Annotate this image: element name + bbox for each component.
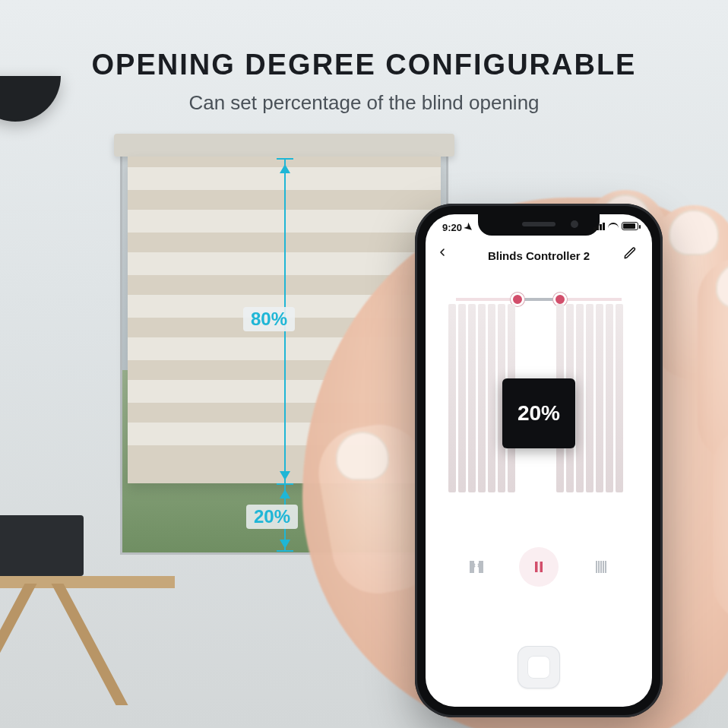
desk-lamp [0, 76, 61, 122]
back-button[interactable] [436, 246, 454, 264]
rail-segment [565, 298, 622, 301]
pause-icon [530, 558, 548, 576]
svg-rect-1 [479, 561, 483, 573]
svg-rect-8 [605, 561, 606, 573]
edit-button[interactable] [623, 246, 641, 264]
blind-valance [114, 134, 454, 157]
curtain-close-icon [592, 558, 610, 576]
promo-subhead: Can set percentage of the blind opening [0, 91, 728, 115]
position-badge: 20% [502, 378, 575, 448]
battery-icon [622, 222, 638, 230]
close-button[interactable] [581, 547, 621, 587]
status-time: 9:20 [442, 222, 462, 233]
svg-rect-7 [603, 561, 604, 573]
annotation-closed-pct: 80% [243, 307, 295, 331]
curtain-open-icon [467, 558, 486, 576]
rail-segment [456, 298, 512, 301]
cell-signal-icon [593, 223, 605, 230]
app-title: Blinds Controller 2 [488, 249, 590, 262]
annotation-tick [277, 483, 293, 485]
phone-screen: 9:20 ➤ Blinds Controller 2 [426, 214, 652, 707]
curtain-stage: 20% [426, 287, 652, 508]
pause-button[interactable] [519, 547, 559, 587]
svg-rect-0 [470, 561, 474, 573]
svg-rect-3 [540, 562, 543, 572]
promo-scene: OPENING DEGREE CONFIGURABLE Can set perc… [0, 0, 728, 728]
phone-frame: 9:20 ➤ Blinds Controller 2 [415, 204, 663, 717]
position-rail [456, 298, 622, 301]
svg-rect-5 [598, 561, 600, 573]
control-row [426, 540, 652, 594]
arrow-up-icon [280, 164, 290, 173]
app-header: Blinds Controller 2 [426, 242, 652, 269]
open-button[interactable] [457, 547, 496, 587]
location-icon: ➤ [462, 220, 476, 235]
svg-rect-6 [600, 561, 602, 573]
pencil-icon [623, 246, 637, 260]
arrow-down-icon [280, 540, 290, 549]
arrow-up-icon [280, 489, 290, 499]
wifi-icon [608, 223, 619, 230]
annotation-tick [277, 158, 293, 160]
svg-rect-2 [535, 562, 538, 572]
annotation-open-pct: 20% [246, 505, 298, 529]
laptop [0, 515, 84, 576]
status-bar: 9:20 ➤ [426, 220, 652, 236]
home-button[interactable] [518, 646, 560, 688]
promo-headline: OPENING DEGREE CONFIGURABLE [0, 49, 728, 81]
arrow-down-icon [280, 471, 290, 480]
svg-rect-4 [596, 561, 597, 573]
chevron-left-icon [436, 246, 448, 258]
annotation-tick [277, 550, 293, 552]
